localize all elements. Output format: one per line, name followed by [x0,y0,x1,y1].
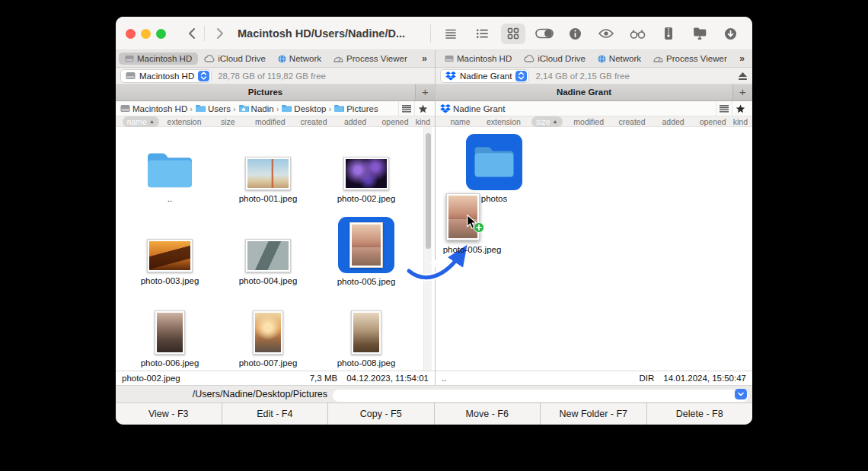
drive-selector[interactable]: Macintosh HD [120,69,212,83]
breadcrumb-users[interactable]: Users [195,104,231,113]
right-file-area: photos photo-005.jpeg [436,127,752,371]
tab-overflow-button[interactable]: » [735,53,749,64]
breadcrumb-separator: › [190,104,193,113]
drive-stepper-icon[interactable] [515,71,527,81]
right-breadcrumb-bar: Nadine Grant [436,101,752,116]
breadcrumb-nadine[interactable]: Nadin [238,104,274,113]
column-extension[interactable]: extension [480,117,527,126]
file-photo-005-selected[interactable]: photo-005.jpeg [324,211,408,294]
tab-macintosh-hd[interactable]: Macintosh HD [119,53,198,65]
favorite-star-icon[interactable] [414,101,430,116]
file-parent-folder[interactable]: .. [128,131,212,210]
tab-process-viewer[interactable]: Process Viewer [327,53,413,65]
minimize-window-button[interactable] [141,29,151,39]
edit-f4-button[interactable]: Edit - F4 [222,403,329,425]
breadcrumb-pictures[interactable]: Pictures [333,104,378,113]
column-created[interactable]: created [292,117,335,126]
desktop-background: Macintosh HD/Users/Nadine/D... [0,0,868,471]
breadcrumb-macintosh-hd[interactable]: Macintosh HD [120,104,187,113]
search-binoculars-icon[interactable] [625,24,649,44]
quick-look-eye-icon[interactable] [594,24,618,44]
tab-macintosh-hd[interactable]: Macintosh HD [439,53,518,65]
list-view-icon[interactable] [470,24,494,44]
delete-f8-button[interactable]: Delete - F8 [647,403,753,425]
breadcrumb-separator: › [233,104,236,113]
folder-icon [281,104,292,113]
breadcrumb-desktop[interactable]: Desktop [281,104,326,113]
scrollbar-thumb[interactable] [426,133,431,249]
selection-highlight [466,134,522,190]
drive-stepper-icon[interactable] [198,71,209,81]
path-menu-icon[interactable] [398,101,414,116]
path-menu-icon[interactable] [716,101,732,116]
new-tab-button[interactable]: + [415,84,435,100]
grid-view-icon[interactable] [501,24,525,44]
command-history-dropdown-icon[interactable] [735,389,747,399]
forward-button[interactable] [212,25,228,42]
new-tab-button[interactable]: + [732,84,752,100]
eject-icon[interactable] [738,72,748,81]
left-tab-bar: Macintosh HD iCloud Drive Network Proces… [116,50,435,68]
tab-network[interactable]: Network [272,53,327,65]
folder-icon [145,151,194,190]
downloads-icon[interactable] [719,24,743,44]
tab-network[interactable]: Network [592,53,647,65]
file-photo-007[interactable]: photo-007.jpeg [226,295,310,374]
new-folder-f7-button[interactable]: New Folder - F7 [541,403,647,425]
column-added[interactable]: added [336,117,375,126]
tab-icloud-drive[interactable]: iCloud Drive [198,53,272,65]
view-f3-button[interactable]: View - F3 [116,403,222,425]
column-extension[interactable]: extension [161,117,207,126]
status-file-name: .. [442,374,639,383]
favorite-star-icon[interactable] [732,101,748,116]
selection-highlight [338,217,394,273]
left-status-bar: photo-002.jpeg 7,3 MB 04.12.2023, 11:54:… [116,371,435,385]
move-f6-button[interactable]: Move - F6 [435,403,541,425]
file-photo-003[interactable]: photo-003.jpeg [128,213,212,292]
command-input[interactable] [333,390,748,402]
tab-overflow-button[interactable]: » [417,53,432,64]
right-drive-bar: Nadine Grant 2,14 GB of 2,15 GB free [436,68,752,84]
panel-toggle-icon[interactable] [532,24,557,44]
column-opened[interactable]: opened [375,117,415,126]
status-file-date: 04.12.2023, 11:54:01 [346,374,429,383]
file-photo-006[interactable]: photo-006.jpeg [128,295,212,374]
file-photo-001[interactable]: photo-001.jpeg [226,131,310,210]
copy-f5-button[interactable]: Copy - F5 [328,403,435,425]
column-kind[interactable]: kind [416,117,430,126]
column-size[interactable]: size▲ [527,116,567,127]
drive-icon [445,55,454,62]
file-photo-008[interactable]: photo-008.jpeg [324,295,408,374]
left-file-area: .. photo-001.jpeg photo-002.jpeg photo-0… [116,127,435,371]
pane-divider[interactable] [435,50,436,385]
column-opened[interactable]: opened [693,117,733,126]
info-icon[interactable] [563,24,588,44]
drive-icon [120,104,130,113]
column-added[interactable]: added [653,117,692,126]
tab-process-viewer[interactable]: Process Viewer [647,53,733,65]
column-kind[interactable]: kind [733,117,748,126]
drive-name: Nadine Grant [460,72,512,81]
photo-thumbnail [245,239,291,272]
column-name[interactable]: name▲ [120,116,161,127]
network-folder-icon[interactable] [688,24,712,44]
cloud-icon [204,55,215,62]
archive-zip-icon[interactable] [656,24,681,44]
column-created[interactable]: created [611,117,654,126]
zoom-window-button[interactable] [156,29,166,39]
column-modified[interactable]: modified [567,117,611,126]
dragged-file-photo-005[interactable]: photo-005.jpeg [446,193,492,240]
file-photo-004[interactable]: photo-004.jpeg [226,213,310,292]
back-button[interactable] [183,25,199,42]
file-photo-002[interactable]: photo-002.jpeg [324,131,408,210]
copy-plus-badge [474,222,484,233]
breadcrumb-nadine-grant[interactable]: Nadine Grant [440,104,505,113]
folder-icon [333,104,344,113]
tab-icloud-drive[interactable]: iCloud Drive [518,53,592,65]
drive-selector[interactable]: Nadine Grant [440,69,529,83]
close-window-button[interactable] [126,29,136,39]
column-size[interactable]: size [208,117,248,126]
column-modified[interactable]: modified [248,117,292,126]
column-name[interactable]: name [440,117,480,126]
menu-icon[interactable] [439,24,463,44]
